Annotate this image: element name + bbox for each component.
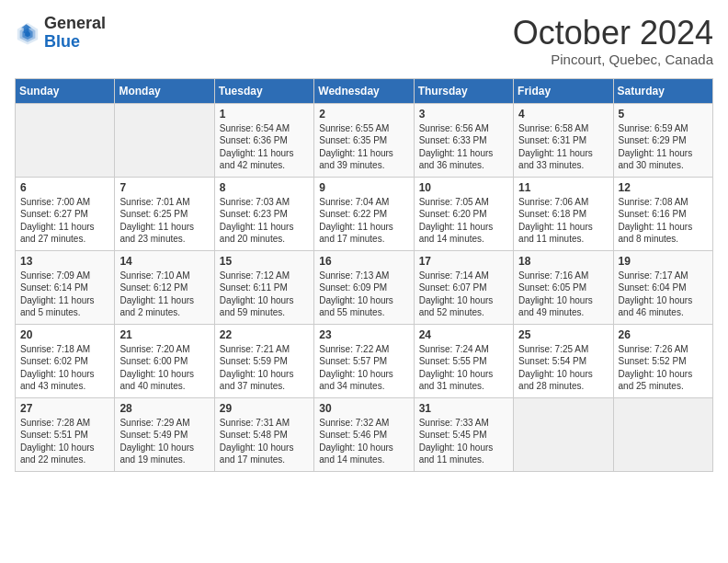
- day-number: 21: [119, 328, 209, 341]
- day-number: 31: [419, 402, 508, 415]
- day-info: Sunrise: 7:03 AMSunset: 6:23 PMDaylight:…: [220, 196, 309, 246]
- day-number: 23: [319, 328, 408, 341]
- day-info: Sunrise: 7:28 AMSunset: 5:51 PMDaylight:…: [20, 417, 109, 466]
- calendar-cell: 3Sunrise: 6:56 AMSunset: 6:33 PMDaylight…: [414, 103, 513, 177]
- calendar-cell: 4Sunrise: 6:58 AMSunset: 6:31 PMDaylight…: [514, 103, 613, 177]
- page-header: General Blue October 2024 Pincourt, Queb…: [15, 15, 713, 67]
- day-number: 7: [119, 181, 209, 194]
- day-info: Sunrise: 7:06 AMSunset: 6:18 PMDaylight:…: [518, 196, 608, 246]
- calendar-cell: 25Sunrise: 7:25 AMSunset: 5:54 PMDayligh…: [514, 324, 613, 397]
- day-info: Sunrise: 7:25 AMSunset: 5:54 PMDaylight:…: [518, 343, 608, 393]
- calendar-cell: 24Sunrise: 7:24 AMSunset: 5:55 PMDayligh…: [414, 324, 513, 397]
- calendar-table: SundayMondayTuesdayWednesdayThursdayFrid…: [15, 78, 713, 472]
- day-info: Sunrise: 7:14 AMSunset: 6:07 PMDaylight:…: [419, 270, 508, 319]
- day-info: Sunrise: 7:10 AMSunset: 6:12 PMDaylight:…: [119, 270, 209, 319]
- month-title: October 2024: [513, 15, 713, 52]
- day-info: Sunrise: 6:55 AMSunset: 6:35 PMDaylight:…: [319, 122, 408, 172]
- day-info: Sunrise: 6:59 AMSunset: 6:29 PMDaylight:…: [619, 122, 708, 172]
- day-number: 30: [319, 402, 408, 415]
- weekday-header-row: SundayMondayTuesdayWednesdayThursdayFrid…: [16, 78, 713, 103]
- day-number: 13: [20, 255, 109, 268]
- calendar-cell: 20Sunrise: 7:18 AMSunset: 6:02 PMDayligh…: [16, 324, 115, 397]
- day-info: Sunrise: 7:04 AMSunset: 6:22 PMDaylight:…: [319, 196, 408, 246]
- day-info: Sunrise: 7:16 AMSunset: 6:05 PMDaylight:…: [518, 270, 608, 319]
- day-number: 27: [20, 402, 109, 415]
- calendar-cell: [514, 397, 613, 471]
- day-number: 20: [20, 328, 109, 341]
- logo: General Blue: [15, 15, 106, 52]
- calendar-week-3: 13Sunrise: 7:09 AMSunset: 6:14 PMDayligh…: [16, 250, 713, 324]
- day-number: 22: [220, 328, 309, 341]
- calendar-cell: 6Sunrise: 7:00 AMSunset: 6:27 PMDaylight…: [16, 177, 115, 250]
- calendar-cell: 31Sunrise: 7:33 AMSunset: 5:45 PMDayligh…: [414, 397, 513, 471]
- day-number: 11: [518, 181, 608, 194]
- day-number: 12: [619, 181, 708, 194]
- calendar-cell: 29Sunrise: 7:31 AMSunset: 5:48 PMDayligh…: [214, 397, 313, 471]
- day-number: 9: [319, 181, 408, 194]
- calendar-cell: 12Sunrise: 7:08 AMSunset: 6:16 PMDayligh…: [613, 177, 712, 250]
- day-number: 14: [119, 255, 209, 268]
- day-info: Sunrise: 7:09 AMSunset: 6:14 PMDaylight:…: [20, 270, 109, 319]
- calendar-cell: 16Sunrise: 7:13 AMSunset: 6:09 PMDayligh…: [314, 250, 414, 324]
- day-number: 8: [220, 181, 309, 194]
- day-info: Sunrise: 7:29 AMSunset: 5:49 PMDaylight:…: [119, 417, 209, 466]
- calendar-cell: 15Sunrise: 7:12 AMSunset: 6:11 PMDayligh…: [214, 250, 313, 324]
- weekday-header-saturday: Saturday: [613, 78, 712, 103]
- calendar-cell: [16, 103, 115, 177]
- calendar-body: 1Sunrise: 6:54 AMSunset: 6:36 PMDaylight…: [16, 103, 713, 471]
- logo-icon: [15, 20, 40, 46]
- calendar-week-1: 1Sunrise: 6:54 AMSunset: 6:36 PMDaylight…: [16, 103, 713, 177]
- day-number: 25: [518, 328, 608, 341]
- calendar-cell: 14Sunrise: 7:10 AMSunset: 6:12 PMDayligh…: [115, 250, 214, 324]
- calendar-cell: 21Sunrise: 7:20 AMSunset: 6:00 PMDayligh…: [115, 324, 214, 397]
- day-info: Sunrise: 7:08 AMSunset: 6:16 PMDaylight:…: [619, 196, 708, 246]
- weekday-header-sunday: Sunday: [16, 78, 115, 103]
- title-area: October 2024 Pincourt, Quebec, Canada: [513, 15, 713, 67]
- calendar-header: SundayMondayTuesdayWednesdayThursdayFrid…: [16, 78, 713, 103]
- weekday-header-thursday: Thursday: [414, 78, 513, 103]
- day-number: 2: [319, 108, 408, 121]
- day-info: Sunrise: 7:17 AMSunset: 6:04 PMDaylight:…: [619, 270, 708, 319]
- day-info: Sunrise: 6:54 AMSunset: 6:36 PMDaylight:…: [220, 122, 309, 172]
- day-number: 3: [419, 108, 508, 121]
- calendar-cell: 30Sunrise: 7:32 AMSunset: 5:46 PMDayligh…: [314, 397, 414, 471]
- calendar-week-2: 6Sunrise: 7:00 AMSunset: 6:27 PMDaylight…: [16, 177, 713, 250]
- calendar-cell: 5Sunrise: 6:59 AMSunset: 6:29 PMDaylight…: [613, 103, 712, 177]
- calendar-cell: 8Sunrise: 7:03 AMSunset: 6:23 PMDaylight…: [214, 177, 313, 250]
- day-info: Sunrise: 6:56 AMSunset: 6:33 PMDaylight:…: [419, 122, 508, 172]
- day-info: Sunrise: 6:58 AMSunset: 6:31 PMDaylight:…: [518, 122, 608, 172]
- calendar-cell: 26Sunrise: 7:26 AMSunset: 5:52 PMDayligh…: [613, 324, 712, 397]
- calendar-week-5: 27Sunrise: 7:28 AMSunset: 5:51 PMDayligh…: [16, 397, 713, 471]
- calendar-cell: [115, 103, 214, 177]
- day-number: 29: [220, 402, 309, 415]
- day-number: 17: [419, 255, 508, 268]
- day-number: 24: [419, 328, 508, 341]
- logo-text: General Blue: [44, 15, 106, 52]
- day-number: 28: [119, 402, 209, 415]
- day-number: 10: [419, 181, 508, 194]
- location: Pincourt, Quebec, Canada: [513, 52, 713, 67]
- calendar-cell: 1Sunrise: 6:54 AMSunset: 6:36 PMDaylight…: [214, 103, 313, 177]
- day-info: Sunrise: 7:32 AMSunset: 5:46 PMDaylight:…: [319, 417, 408, 466]
- calendar-cell: 13Sunrise: 7:09 AMSunset: 6:14 PMDayligh…: [16, 250, 115, 324]
- weekday-header-wednesday: Wednesday: [314, 78, 414, 103]
- weekday-header-monday: Monday: [115, 78, 214, 103]
- day-number: 18: [518, 255, 608, 268]
- calendar-cell: 23Sunrise: 7:22 AMSunset: 5:57 PMDayligh…: [314, 324, 414, 397]
- calendar-cell: [613, 397, 712, 471]
- day-info: Sunrise: 7:33 AMSunset: 5:45 PMDaylight:…: [419, 417, 508, 466]
- day-info: Sunrise: 7:12 AMSunset: 6:11 PMDaylight:…: [220, 270, 309, 319]
- calendar-week-4: 20Sunrise: 7:18 AMSunset: 6:02 PMDayligh…: [16, 324, 713, 397]
- calendar-cell: 2Sunrise: 6:55 AMSunset: 6:35 PMDaylight…: [314, 103, 414, 177]
- day-number: 16: [319, 255, 408, 268]
- calendar-cell: 22Sunrise: 7:21 AMSunset: 5:59 PMDayligh…: [214, 324, 313, 397]
- day-info: Sunrise: 7:24 AMSunset: 5:55 PMDaylight:…: [419, 343, 508, 393]
- day-number: 1: [220, 108, 309, 121]
- day-info: Sunrise: 7:20 AMSunset: 6:00 PMDaylight:…: [119, 343, 209, 393]
- day-info: Sunrise: 7:21 AMSunset: 5:59 PMDaylight:…: [220, 343, 309, 393]
- day-number: 26: [619, 328, 708, 341]
- day-number: 15: [220, 255, 309, 268]
- calendar-cell: 19Sunrise: 7:17 AMSunset: 6:04 PMDayligh…: [613, 250, 712, 324]
- day-number: 4: [518, 108, 608, 121]
- day-info: Sunrise: 7:26 AMSunset: 5:52 PMDaylight:…: [619, 343, 708, 393]
